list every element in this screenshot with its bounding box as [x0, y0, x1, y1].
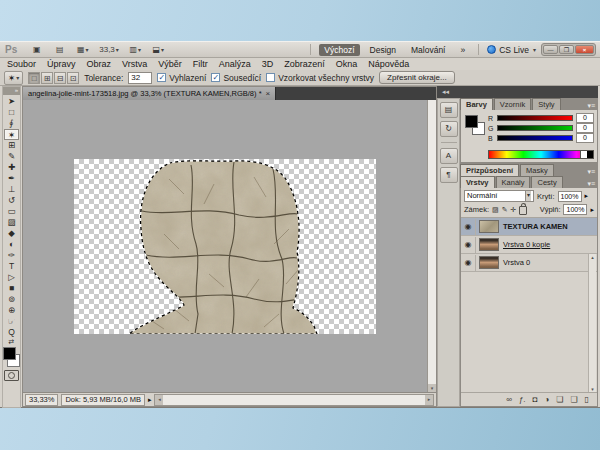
fill-field[interactable]: 100% [563, 204, 587, 215]
panel-menu-icon[interactable]: ▾≡ [587, 180, 598, 188]
cs-live-button[interactable]: CS Live ▾ [487, 45, 536, 55]
lock-all-icon[interactable] [519, 206, 527, 215]
blue-value-field[interactable]: 0 [576, 133, 594, 143]
panel-menu-icon[interactable]: ▾≡ [587, 102, 598, 110]
scroll-right-icon[interactable]: ▸ [425, 395, 433, 405]
bridge-icon[interactable]: ▣ [27, 43, 46, 57]
new-layer-icon[interactable]: ❑ [570, 395, 577, 404]
arrange-documents-icon[interactable]: ▥▾ [126, 43, 145, 57]
history-brush-tool[interactable]: ↺ [4, 195, 19, 206]
paragraph-panel-icon[interactable]: ¶ [440, 167, 458, 183]
menu-3d[interactable]: 3D [262, 59, 274, 69]
mini-bridge-icon[interactable]: ▤ [50, 43, 69, 57]
red-slider[interactable] [497, 115, 573, 121]
brush-tool[interactable]: ✒ [4, 173, 19, 184]
menu-obraz[interactable]: Obraz [87, 59, 112, 69]
canvas-pasteboard[interactable]: ▾ [23, 100, 436, 392]
layer-group-icon[interactable]: ❏ [556, 395, 563, 404]
menu-analyza[interactable]: Analýza [219, 59, 251, 69]
tab-barvy[interactable]: Barvy [460, 98, 493, 110]
view-extras-icon[interactable]: ▦▾ [73, 43, 92, 57]
zoom-level-field[interactable]: 33,3▾ [96, 43, 122, 57]
healing-brush-tool[interactable]: ✚ [4, 162, 19, 173]
close-tab-icon[interactable]: × [266, 89, 271, 98]
toolbar-collapse-handle[interactable]: » [3, 87, 20, 95]
layer-thumbnail[interactable] [479, 220, 499, 233]
tab-vzornik[interactable]: Vzorník [494, 98, 531, 110]
blur-tool[interactable]: ◆ [4, 228, 19, 239]
hand-tool[interactable]: ☞ [4, 316, 19, 327]
subtract-selection-icon[interactable]: ⊟ [54, 72, 66, 84]
color-spectrum-ramp[interactable] [488, 150, 594, 159]
quick-mask-button[interactable] [4, 370, 19, 381]
tab-vrstvy[interactable]: Vrstvy [460, 176, 495, 188]
rectangle-tool[interactable]: ■ [4, 283, 19, 294]
minimize-button[interactable]: — [543, 45, 558, 54]
foreground-color-swatch[interactable] [465, 115, 478, 128]
menu-zobrazeni[interactable]: Zobrazení [284, 59, 325, 69]
3d-camera-tool[interactable]: ⊕ [4, 305, 19, 316]
sample-all-layers-checkbox[interactable]: Vzorkovat všechny vrstvy [266, 73, 374, 83]
type-tool[interactable]: T [4, 261, 19, 272]
opacity-field[interactable]: 100% [558, 191, 582, 202]
scroll-left-icon[interactable]: ◂ [155, 395, 163, 405]
rectangular-marquee-tool[interactable]: □ [4, 107, 19, 118]
red-value-field[interactable]: 0 [576, 113, 594, 123]
layer-row-vrstva-0-kopie[interactable]: ◉ Vrstva 0 kopie [461, 236, 597, 254]
layer-thumbnail[interactable] [479, 238, 499, 251]
swap-colors-icon[interactable]: ⇄ [9, 338, 15, 346]
opacity-flyout-icon[interactable]: ▸ [585, 192, 589, 200]
move-tool[interactable]: ➤ [4, 96, 19, 107]
layer-thumbnail[interactable] [479, 256, 499, 269]
green-value-field[interactable]: 0 [576, 123, 594, 133]
crop-tool[interactable]: ⊞ [4, 140, 19, 151]
horizontal-scrollbar[interactable]: ◂ ▸ [154, 394, 434, 406]
eye-icon[interactable]: ◉ [461, 237, 476, 253]
menu-vyber[interactable]: Výběr [158, 59, 182, 69]
character-panel-icon[interactable]: A [440, 148, 458, 164]
clone-stamp-tool[interactable]: ⊥ [4, 184, 19, 195]
layer-row-vrstva-0[interactable]: ◉ Vrstva 0 [461, 254, 597, 272]
tab-styly[interactable]: Styly [532, 98, 560, 110]
refine-edge-button[interactable]: Zpřesnit okraje... [379, 71, 455, 84]
zoom-tool[interactable]: Q [4, 327, 19, 338]
contiguous-checkbox[interactable]: ✓ Sousedící [211, 73, 261, 83]
lock-pixels-icon[interactable]: ✎ [502, 205, 508, 214]
layer-row-textura-kamen[interactable]: ◉ TEXTURA KAMEN [461, 218, 597, 236]
tool-preset-picker[interactable]: ✶ ▾ [4, 71, 23, 85]
transparent-canvas[interactable] [74, 159, 376, 334]
workspace-malovani-button[interactable]: Malování [406, 44, 451, 56]
eraser-tool[interactable]: ▭ [4, 206, 19, 217]
tab-cesty[interactable]: Cesty [531, 176, 562, 188]
lock-transparency-icon[interactable]: ▨ [492, 205, 499, 214]
lasso-tool[interactable]: ∮ [4, 118, 19, 129]
path-selection-tool[interactable]: ▷ [4, 272, 19, 283]
tab-prizpusobeni[interactable]: Přizpůsobení [460, 164, 519, 176]
document-tab[interactable]: angelina-jolie-mint-173518.jpg @ 33,3% (… [23, 87, 276, 100]
adjustment-layer-icon[interactable]: ◑ [544, 395, 549, 404]
eye-icon[interactable]: ◉ [461, 219, 476, 235]
tab-masky[interactable]: Masky [520, 164, 554, 176]
menu-napoveda[interactable]: Nápověda [368, 59, 409, 69]
workspace-design-button[interactable]: Design [365, 44, 401, 56]
link-layers-icon[interactable]: ∞ [506, 395, 512, 404]
workspace-vychozi-button[interactable]: Výchozí [319, 44, 359, 56]
blue-slider[interactable] [497, 135, 573, 141]
close-button[interactable]: × [575, 45, 594, 54]
dodge-tool[interactable]: ◐ [4, 239, 19, 250]
panel-menu-icon[interactable]: ▾≡ [587, 168, 598, 176]
menu-filtr[interactable]: Filtr [193, 59, 208, 69]
menu-okna[interactable]: Okna [336, 59, 358, 69]
magic-wand-tool[interactable]: ✶ [4, 129, 19, 140]
restore-button[interactable]: ❐ [559, 45, 574, 54]
scroll-up-icon[interactable]: ▴ [589, 254, 596, 260]
screen-mode-icon[interactable]: ⬓▾ [149, 43, 168, 57]
intersect-selection-icon[interactable]: ⊡ [67, 72, 79, 84]
add-layer-mask-icon[interactable]: ◘ [533, 395, 538, 404]
add-selection-icon[interactable]: ⊞ [41, 72, 53, 84]
white-swatch[interactable] [580, 151, 587, 158]
menu-vrstva[interactable]: Vrstva [122, 59, 147, 69]
tab-kanaly[interactable]: Kanály [496, 176, 531, 188]
fill-flyout-icon[interactable]: ▸ [590, 206, 594, 214]
black-swatch[interactable] [587, 151, 593, 158]
